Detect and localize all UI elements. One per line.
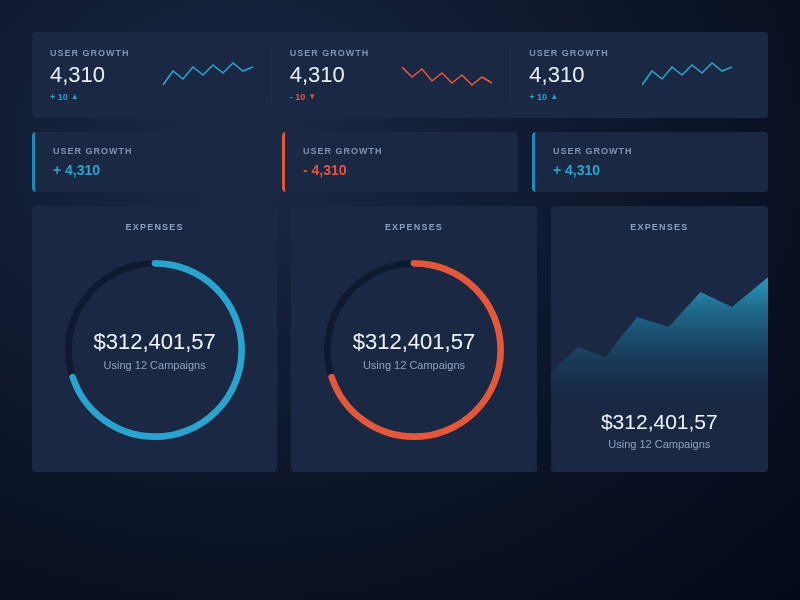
expenses-card-blue[interactable]: EXPENSES $312,401,57 Using 12 Campaigns [32, 206, 277, 472]
arrow-up-icon: ▲ [71, 93, 79, 101]
growth-badge-2[interactable]: USER GROWTH + 4,310 [532, 132, 768, 192]
stat-delta: + 10▲ [529, 92, 609, 102]
badge-value: - 4,310 [303, 162, 500, 178]
stat-label: USER GROWTH [529, 48, 609, 58]
growth-badge-0[interactable]: USER GROWTH + 4,310 [32, 132, 268, 192]
card-title: EXPENSES [630, 222, 688, 232]
stat-delta: + 10▲ [50, 92, 130, 102]
sparkline-chart [402, 57, 492, 93]
area-chart [551, 262, 768, 402]
badge-label: USER GROWTH [553, 146, 750, 156]
amount-value: $312,401,57 [601, 410, 718, 434]
badge-label: USER GROWTH [303, 146, 500, 156]
growth-badge-1[interactable]: USER GROWTH - 4,310 [282, 132, 518, 192]
expenses-card-area[interactable]: EXPENSES $312,401,57 Using 12 Campaigns [551, 206, 768, 472]
donut-chart: $312,401,57 Using 12 Campaigns [55, 250, 255, 450]
top-stats-card: USER GROWTH 4,310 + 10▲ USER GROWTH 4,31… [32, 32, 768, 118]
badge-label: USER GROWTH [53, 146, 250, 156]
sparkline-chart [163, 57, 253, 93]
arrow-down-icon: ▼ [308, 93, 316, 101]
donut-chart: $312,401,57 Using 12 Campaigns [314, 250, 514, 450]
stat-value: 4,310 [529, 62, 609, 88]
card-title: EXPENSES [126, 222, 184, 232]
stat-value: 4,310 [50, 62, 130, 88]
card-title: EXPENSES [385, 222, 443, 232]
arrow-up-icon: ▲ [550, 93, 558, 101]
sparkline-chart [642, 57, 732, 93]
amount-sub: Using 12 Campaigns [601, 438, 718, 450]
stat-cell-2: USER GROWTH 4,310 + 10▲ [510, 48, 750, 102]
stat-label: USER GROWTH [290, 48, 370, 58]
stat-value: 4,310 [290, 62, 370, 88]
expenses-card-red[interactable]: EXPENSES $312,401,57 Using 12 Campaigns [291, 206, 536, 472]
stat-label: USER GROWTH [50, 48, 130, 58]
stat-delta: - 10▼ [290, 92, 370, 102]
badge-value: + 4,310 [553, 162, 750, 178]
stat-cell-1: USER GROWTH 4,310 - 10▼ [271, 48, 511, 102]
stat-cell-0: USER GROWTH 4,310 + 10▲ [50, 48, 271, 102]
badge-value: + 4,310 [53, 162, 250, 178]
